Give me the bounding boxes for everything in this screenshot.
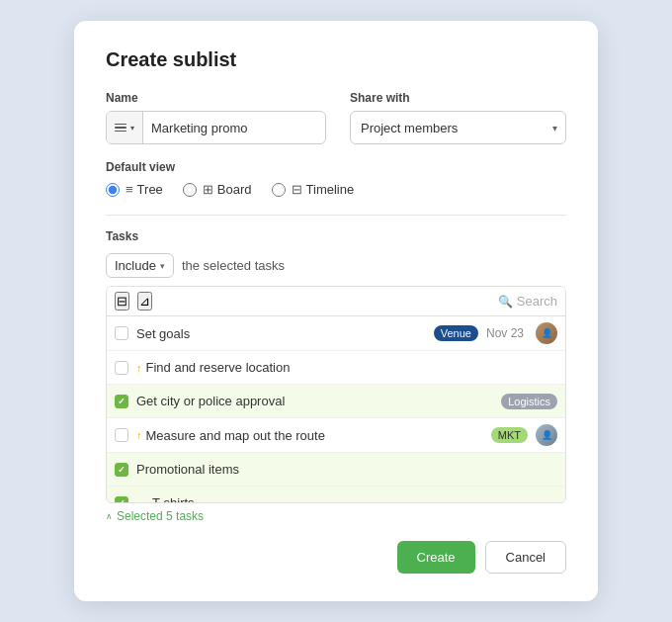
- selected-count[interactable]: ∧ Selected 5 tasks: [106, 509, 566, 523]
- view-label-tree: Tree: [137, 182, 163, 197]
- modal-title: Create sublist: [106, 48, 566, 71]
- view-label-board: Board: [217, 182, 252, 197]
- task-row: T-shirts: [107, 487, 565, 503]
- include-label: Include: [115, 258, 156, 273]
- name-input[interactable]: [143, 112, 325, 143]
- tasks-list: ⊟ ⊿ 🔍 Search Set goals Venue Nov 23 👤 ↑ …: [106, 286, 566, 503]
- create-sublist-modal: Create sublist Name ▾ Share with Project…: [74, 21, 598, 601]
- cancel-button[interactable]: Cancel: [485, 541, 566, 574]
- selected-chevron-icon: ∧: [106, 511, 113, 521]
- task-tag-logistics: Logistics: [501, 394, 557, 409]
- tasks-controls: Include ▾ the selected tasks: [106, 253, 566, 278]
- view-option-timeline[interactable]: ⊟ Timeline: [272, 182, 355, 197]
- task-name-2: ↑ Find and reserve location: [136, 360, 557, 375]
- task-name-1: Set goals: [136, 326, 426, 341]
- task-tag-mkt: MKT: [491, 427, 528, 443]
- task-date-1: Nov 23: [486, 326, 524, 340]
- task-row: ↑ Find and reserve location: [107, 351, 565, 385]
- search-area: 🔍 Search: [498, 294, 557, 309]
- view-radio-tree[interactable]: [106, 183, 120, 197]
- task-row: ↑ Measure and map out the route MKT 👤: [107, 418, 565, 453]
- task-name-3: Get city or police approval: [136, 394, 493, 408]
- view-option-board[interactable]: ⊞ Board: [183, 182, 252, 197]
- share-select[interactable]: Project members Everyone Only me: [351, 112, 565, 143]
- table-header: ⊟ ⊿ 🔍 Search: [107, 287, 565, 316]
- default-view-label: Default view: [106, 160, 566, 174]
- task-name-6: T-shirts: [152, 495, 557, 503]
- name-label: Name: [106, 91, 326, 105]
- share-label: Share with: [350, 91, 566, 105]
- search-icon: 🔍: [498, 295, 513, 309]
- share-select-wrapper: Project members Everyone Only me ▾: [350, 111, 566, 144]
- board-icon: ⊞: [203, 182, 213, 197]
- prefix-chevron-icon: ▾: [130, 124, 134, 133]
- tree-icon: ≡: [126, 182, 133, 197]
- name-prefix-button[interactable]: ▾: [107, 112, 143, 143]
- task-name-5: Promotional items: [136, 462, 557, 477]
- modal-footer: Create Cancel: [106, 541, 566, 574]
- search-placeholder: Search: [517, 294, 557, 309]
- view-radio-timeline[interactable]: [272, 183, 286, 197]
- include-dropdown[interactable]: Include ▾: [106, 253, 174, 278]
- selected-count-text: Selected 5 tasks: [117, 509, 204, 523]
- priority-icon: ↑: [136, 429, 142, 441]
- task-avatar-1: 👤: [536, 322, 557, 344]
- list-icon: [115, 124, 126, 133]
- task-avatar-4: 👤: [536, 424, 557, 446]
- name-input-row: ▾: [106, 111, 326, 144]
- include-suffix: the selected tasks: [182, 258, 285, 273]
- create-button[interactable]: Create: [397, 541, 475, 574]
- task-checkbox-6[interactable]: [115, 496, 128, 504]
- include-chevron-icon: ▾: [160, 261, 165, 271]
- task-tag-venue: Venue: [434, 325, 478, 341]
- timeline-icon: ⊟: [292, 182, 302, 197]
- task-checkbox-3[interactable]: [115, 395, 128, 408]
- task-row: Get city or police approval Logistics: [107, 385, 565, 418]
- task-checkbox-2[interactable]: [115, 361, 128, 375]
- task-checkbox-1[interactable]: [115, 326, 128, 340]
- task-row: Set goals Venue Nov 23 👤: [107, 316, 565, 351]
- view-options: ≡ Tree ⊞ Board ⊟ Timeline: [106, 182, 566, 197]
- tasks-label: Tasks: [106, 229, 566, 243]
- task-row: Promotional items: [107, 453, 565, 487]
- task-checkbox-4[interactable]: [115, 428, 128, 442]
- task-checkbox-5[interactable]: [115, 463, 128, 477]
- collapse-all-button[interactable]: ⊟: [115, 292, 129, 311]
- view-option-tree[interactable]: ≡ Tree: [106, 182, 163, 197]
- priority-icon: ↑: [136, 362, 142, 374]
- divider: [106, 215, 566, 216]
- task-name-4: ↑ Measure and map out the route: [136, 428, 483, 443]
- filter-button[interactable]: ⊿: [137, 292, 152, 311]
- view-label-timeline: Timeline: [306, 182, 355, 197]
- view-radio-board[interactable]: [183, 183, 197, 197]
